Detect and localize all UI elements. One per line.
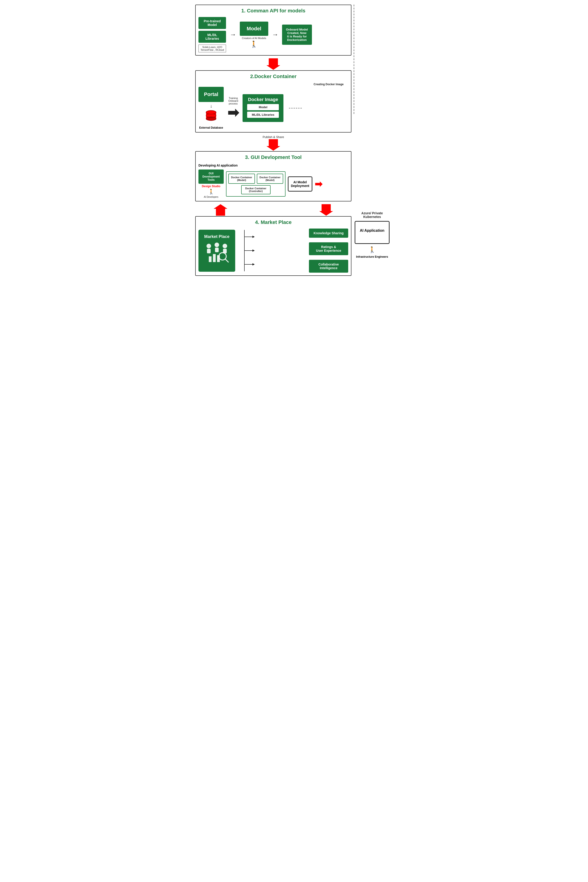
mldl-box: ML/DL Libraries	[198, 31, 226, 43]
s1-model-box: Model	[240, 22, 268, 36]
collaborative-box: Collaborative Intelligence	[309, 260, 348, 273]
dashed-connector	[287, 106, 303, 111]
svg-marker-25	[252, 236, 255, 238]
s1-inner: Pre-trained Model ML/DL Libraries Scikit…	[198, 17, 348, 52]
svg-point-10	[207, 244, 211, 248]
s3-left: GUI Development Tools Design Studio 🚶 AI…	[198, 170, 224, 198]
s2-inner: Portal ↓ External Da	[198, 87, 348, 129]
svg-marker-0	[266, 58, 280, 70]
right-column: Azure/ Private Kubernetes AI Application…	[351, 4, 393, 278]
svg-marker-7	[266, 139, 280, 151]
pretrained-box: Pre-trained Model	[198, 17, 226, 29]
svg-line-20	[225, 259, 228, 262]
docker-model2: Docker Container (Model)	[257, 174, 284, 184]
azure-label: Azure/ Private Kubernetes	[355, 212, 390, 219]
docker-controller: Docker Container (Controller)	[241, 185, 271, 194]
svg-marker-26	[252, 249, 255, 252]
section3-box: 3. GUI Devlopment Tool Developing AI app…	[195, 151, 351, 201]
s3-inner: GUI Development Tools Design Studio 🚶 AI…	[198, 170, 348, 198]
s3-bottom-arrows	[195, 204, 351, 216]
s1-left: Pre-trained Model ML/DL Libraries Scikit…	[198, 17, 226, 52]
knowledge-sharing-box: Knowledge Sharing	[309, 228, 348, 238]
section1-box: 1. Comman API for models Pre-trained Mod…	[195, 4, 351, 56]
scikit-label: Scikit-Learn, H2O TensorFlow , RCloud	[198, 45, 226, 52]
docker-row-top: Docker Container (Model) Docker Containe…	[228, 174, 283, 184]
ratings-box: Ratings & User Experience	[309, 242, 348, 255]
training-label: Training Onboard process	[228, 97, 238, 105]
portal-box: Portal	[198, 87, 224, 102]
s2-left: Portal ↓ External Da	[198, 87, 224, 129]
red-arrow-svg-up	[214, 204, 227, 216]
red-arrow-svg-3	[319, 204, 333, 216]
docker-group: Docker Container (Model) Docker Containe…	[226, 171, 285, 196]
ext-db-label: External Database	[199, 126, 223, 129]
s1-model-center: Model Creators of AI Models 🚶	[240, 22, 268, 48]
creator-person-icon: 🚶	[250, 40, 258, 48]
svg-marker-27	[252, 263, 255, 266]
dashed-vertical	[354, 4, 354, 115]
section1-title: 1. Comman API for models	[198, 8, 348, 14]
svg-rect-11	[207, 249, 211, 254]
svg-point-12	[214, 243, 219, 247]
onboard-box: Onboard Model Created, Now it is Ready f…	[282, 25, 312, 45]
docker-image-box: Docker Image Model ML/DL Libraries	[243, 94, 284, 122]
section4-box: 4. Market Place Market Place	[195, 216, 351, 276]
docker-model1: Docker Container (Model)	[228, 174, 255, 184]
svg-point-14	[223, 244, 227, 248]
red-arrow-svg-1	[266, 58, 280, 70]
infra-person-icon: 🚶	[355, 246, 390, 254]
developing-label: Developing AI application	[198, 164, 348, 167]
section3-title: 3. GUI Devlopment Tool	[198, 154, 348, 160]
section2-title: 2.Docker Container	[198, 74, 348, 80]
docker-image-wrapper: Docker Image Model ML/DL Libraries	[243, 94, 284, 122]
portal-arrow: ↓	[210, 104, 212, 109]
red-arrow-svg-2	[266, 139, 280, 151]
s4-lines-labels	[240, 230, 304, 271]
market-place-big: Market Place	[198, 230, 235, 272]
big-arrow-right: ➡	[227, 106, 239, 120]
creating-label: Creating Docker Image	[198, 83, 348, 86]
svg-marker-8	[214, 204, 227, 216]
docker-image-title: Docker Image	[247, 97, 279, 102]
market-icon	[203, 242, 231, 267]
azure-section: Azure/ Private Kubernetes AI Application…	[355, 212, 390, 258]
svg-marker-9	[319, 204, 333, 216]
docker-model-inner: Model	[247, 104, 279, 110]
s4-connector-svg	[240, 230, 295, 271]
section4-title: 4. Market Place	[198, 219, 348, 225]
docker-mldl-inner: ML/DL Libraries	[247, 112, 279, 118]
ai-dev-label: AI Developers	[198, 196, 224, 198]
design-studio-label: Design Studio	[198, 184, 224, 188]
infra-engineers-label: Infrastructure Engineers	[355, 255, 390, 258]
ai-model-deploy-box: AI Model Deployment	[288, 176, 312, 192]
svg-rect-13	[215, 248, 219, 252]
main-container: 1. Comman API for models Pre-trained Mod…	[195, 4, 393, 278]
db-icon	[206, 110, 217, 125]
arrow-down-1	[195, 58, 351, 70]
publish-arrow-group: Publish & Share	[195, 135, 351, 151]
ai-dev-icon: 🚶	[198, 189, 224, 195]
svg-rect-17	[213, 254, 216, 262]
s1-arrow-right: →	[230, 31, 236, 38]
gui-box: GUI Development Tools	[198, 170, 224, 184]
s1-arrow-right2: →	[272, 31, 278, 38]
s4-label-col: Knowledge Sharing Ratings & User Experie…	[309, 228, 348, 273]
svg-rect-16	[209, 256, 212, 262]
creator-label: Creators of AI Models	[242, 37, 266, 39]
left-column: 1. Comman API for models Pre-trained Mod…	[195, 4, 351, 278]
svg-point-5	[206, 111, 216, 114]
publish-label: Publish & Share	[262, 135, 284, 139]
s3-red-arrow-right: ➡	[315, 179, 322, 189]
market-place-title: Market Place	[203, 234, 231, 239]
ai-application-box: AI Application	[355, 221, 390, 244]
s4-inner: Market Place	[198, 228, 348, 273]
s2-middle: Training Onboard process ➡	[227, 97, 239, 120]
section2-box: 2.Docker Container Creating Docker Image…	[195, 70, 351, 132]
